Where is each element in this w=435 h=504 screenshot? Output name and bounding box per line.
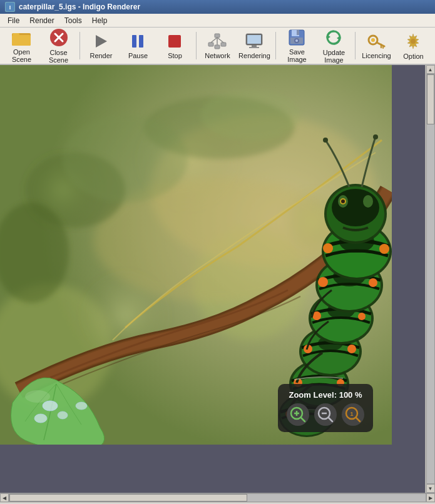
update-image-label: Update Image: [318, 49, 350, 64]
svg-line-97: [301, 418, 305, 421]
rendering-label: Rendering: [238, 52, 270, 59]
svg-line-16: [211, 38, 217, 43]
svg-point-47: [43, 401, 58, 411]
app-icon: I: [5, 2, 15, 12]
scroll-thumb[interactable]: [427, 74, 434, 124]
right-scrollbar[interactable]: ▲ ▼: [425, 65, 435, 493]
svg-rect-22: [249, 47, 259, 48]
svg-point-87: [363, 195, 373, 208]
x-circle-icon: [49, 28, 69, 47]
scroll-right-arrow[interactable]: ▶: [426, 493, 435, 502]
menu-help[interactable]: Help: [87, 15, 113, 26]
svg-point-89: [341, 199, 345, 203]
svg-rect-4: [13, 33, 19, 36]
play-icon: [91, 33, 111, 50]
licensing-button[interactable]: Licencing: [359, 29, 394, 62]
svg-point-81: [379, 244, 389, 254]
svg-text:1: 1: [350, 411, 353, 417]
licensing-label: Licencing: [362, 52, 391, 59]
window-title: caterpillar_5.igs - Indigo Renderer: [19, 3, 140, 11]
stop-icon: [165, 33, 185, 50]
svg-rect-11: [168, 35, 181, 48]
svg-rect-3: [12, 35, 31, 46]
menu-tools[interactable]: Tools: [59, 15, 87, 26]
main-area: Zoom Level: 100 %: [0, 65, 435, 503]
scroll-down-arrow[interactable]: ▼: [426, 484, 435, 493]
network-label: Network: [205, 52, 230, 59]
scroll-up-arrow[interactable]: ▲: [426, 65, 435, 74]
monitor-icon: [244, 33, 264, 50]
scroll-track[interactable]: [426, 74, 435, 484]
pause-label: Pause: [128, 52, 148, 59]
scroll-left-arrow[interactable]: ◀: [0, 493, 9, 502]
stop-button[interactable]: Stop: [157, 29, 193, 62]
toolbar-sep-3: [275, 32, 276, 59]
zoom-label: Zoom Level: 100 %: [289, 390, 362, 400]
svg-point-75: [318, 277, 328, 287]
svg-point-32: [371, 38, 375, 42]
svg-rect-13: [208, 43, 213, 46]
menu-file[interactable]: File: [3, 15, 24, 26]
key-icon: [366, 33, 386, 50]
pause-icon: [128, 33, 148, 50]
svg-rect-14: [215, 45, 220, 49]
svg-point-93: [200, 90, 300, 140]
zoom-overlay: Zoom Level: 100 %: [278, 384, 373, 432]
svg-point-80: [323, 243, 333, 253]
network-icon: [207, 33, 227, 50]
svg-line-103: [356, 418, 360, 421]
network-button[interactable]: Network: [200, 29, 235, 62]
toolbar-sep-4: [355, 32, 356, 59]
svg-point-49: [58, 411, 68, 419]
zoom-out-button[interactable]: [314, 403, 337, 426]
viewport-container[interactable]: Zoom Level: 100 %: [0, 65, 425, 493]
update-icon: [324, 28, 344, 47]
toolbar-sep-1: [79, 32, 80, 59]
options-label: Option: [403, 53, 423, 60]
svg-point-92: [63, 115, 188, 203]
h-scroll-track[interactable]: [9, 493, 426, 502]
svg-point-50: [76, 402, 87, 410]
zoom-reset-button[interactable]: 1: [342, 403, 364, 426]
options-button[interactable]: Option: [396, 29, 431, 62]
bottom-scroll-area[interactable]: ◀ ▶: [0, 493, 435, 503]
close-scene-label: Close Scene: [43, 49, 74, 64]
render-image: Zoom Level: 100 %: [0, 65, 392, 445]
render-label: Render: [90, 52, 112, 59]
svg-rect-9: [132, 35, 136, 48]
open-scene-button[interactable]: Open Scene: [4, 29, 39, 62]
folder-icon: [12, 29, 32, 46]
svg-rect-12: [215, 34, 220, 38]
zoom-controls: 1: [287, 403, 364, 426]
open-scene-label: Open Scene: [6, 48, 38, 63]
pause-button[interactable]: Pause: [120, 29, 156, 62]
toolbar-sep-2: [196, 32, 197, 59]
save-image-label: Save Image: [281, 48, 313, 63]
svg-rect-15: [221, 43, 226, 46]
svg-marker-8: [96, 35, 107, 48]
svg-point-85: [332, 189, 379, 226]
svg-line-100: [329, 418, 332, 421]
title-bar: I caterpillar_5.igs - Indigo Renderer: [0, 0, 435, 14]
rendering-button[interactable]: Rendering: [237, 29, 272, 62]
svg-point-48: [34, 414, 47, 423]
svg-rect-10: [139, 35, 143, 48]
svg-text:I: I: [9, 4, 11, 11]
h-scroll-thumb[interactable]: [9, 494, 247, 501]
update-image-button[interactable]: Update Image: [316, 29, 352, 62]
svg-point-51: [25, 390, 50, 403]
menu-bar: File Render Tools Help: [0, 14, 435, 28]
svg-rect-25: [297, 30, 299, 35]
render-button[interactable]: Render: [83, 29, 119, 62]
zoom-in-button[interactable]: [287, 403, 309, 426]
svg-point-28: [295, 39, 298, 42]
save-icon: [287, 29, 307, 46]
close-scene-button[interactable]: Close Scene: [41, 29, 76, 62]
svg-point-76: [369, 278, 377, 287]
svg-rect-20: [247, 35, 261, 44]
svg-point-37: [411, 39, 416, 44]
save-image-button[interactable]: Save Image: [279, 29, 315, 62]
svg-line-18: [217, 38, 223, 43]
menu-render[interactable]: Render: [24, 15, 59, 26]
svg-point-91: [373, 134, 378, 139]
